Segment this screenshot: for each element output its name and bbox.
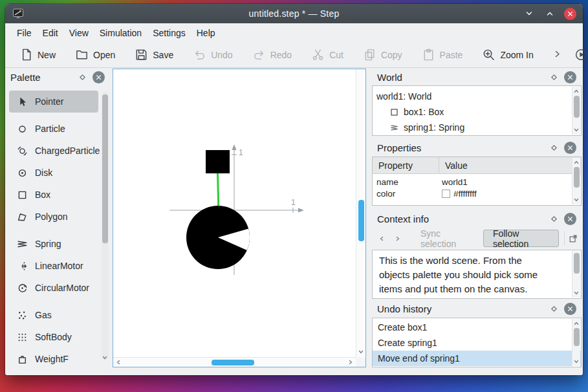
- palette-item-softbody[interactable]: SoftBody: [5, 326, 101, 348]
- palette-scrollbar-thumb[interactable]: [102, 94, 108, 243]
- context-forward-button[interactable]: [392, 232, 403, 245]
- world-scrollbar-thumb[interactable]: [574, 96, 580, 118]
- toolbar-overflow-button[interactable]: [553, 49, 561, 61]
- undo-item-move-end-of-spring1[interactable]: Move end of spring1: [373, 351, 581, 366]
- column-property[interactable]: Property: [373, 157, 439, 173]
- properties-scrollbar-thumb[interactable]: [574, 167, 580, 188]
- undo-dock-close-button[interactable]: [564, 303, 576, 315]
- undo-item-label: Create spring1: [378, 338, 437, 348]
- menu-simulation[interactable]: Simulation: [100, 28, 142, 38]
- tree-item-box1[interactable]: box1: Box: [373, 104, 581, 120]
- titlebar[interactable]: untitled.step * — Step: [5, 4, 583, 23]
- box1-object[interactable]: [206, 150, 230, 173]
- palette-item-gas[interactable]: Gas: [5, 304, 101, 326]
- context-scrollbar-thumb[interactable]: [574, 253, 580, 274]
- paste-button[interactable]: Paste: [415, 45, 470, 65]
- undo-item-create-box1[interactable]: Create box1: [373, 320, 581, 335]
- float-dock-icon[interactable]: [550, 305, 558, 312]
- simulate-button[interactable]: Simulate: [568, 45, 588, 65]
- desktop-background: untitled.step * — Step File Edit View Si…: [0, 0, 588, 392]
- scroll-right-icon[interactable]: [347, 359, 354, 365]
- maximize-button[interactable]: [543, 7, 556, 20]
- zoom-in-icon: [482, 48, 495, 61]
- redo-icon: [252, 48, 266, 61]
- minimize-icon: [525, 9, 534, 18]
- zoom-in-button[interactable]: Zoom In: [475, 45, 539, 65]
- column-value[interactable]: Value: [439, 160, 468, 171]
- palette-item-chargedparticle[interactable]: ChargedParticle: [5, 140, 101, 162]
- palette-item-spring[interactable]: Spring: [5, 233, 101, 255]
- undo-scrollbar-thumb[interactable]: [574, 328, 580, 346]
- canvas-vscroll-thumb[interactable]: [358, 200, 364, 241]
- close-button[interactable]: [564, 8, 576, 20]
- properties-dock-close-button[interactable]: [564, 142, 576, 154]
- scroll-down-icon[interactable]: [573, 197, 580, 203]
- open-button[interactable]: Open: [69, 45, 122, 65]
- cut-button[interactable]: Cut: [305, 45, 350, 65]
- palette-item-disk[interactable]: Disk: [5, 162, 101, 184]
- disk1-object[interactable]: [186, 206, 254, 269]
- palette-item-particle[interactable]: Particle: [5, 118, 101, 140]
- float-dock-icon[interactable]: [550, 144, 558, 151]
- float-dock-icon[interactable]: [79, 74, 86, 81]
- scroll-down-icon[interactable]: [573, 290, 580, 296]
- context-scrollbar[interactable]: [572, 251, 580, 298]
- float-dock-icon[interactable]: [550, 215, 558, 223]
- copy-button[interactable]: Copy: [356, 45, 409, 65]
- undo-button[interactable]: Undo: [186, 45, 239, 65]
- palette-item-pointer[interactable]: Pointer: [9, 91, 98, 113]
- menu-file[interactable]: File: [17, 28, 32, 38]
- follow-selection-button[interactable]: Follow selection: [483, 230, 559, 247]
- context-dock-close-button[interactable]: [564, 213, 576, 225]
- palette-item-polygon[interactable]: Polygon: [5, 206, 101, 228]
- scroll-down-icon[interactable]: [573, 127, 580, 133]
- undo-item-create-spring1[interactable]: Create spring1: [373, 335, 581, 351]
- scroll-up-icon[interactable]: [573, 88, 580, 94]
- tree-item-world1[interactable]: world1: World: [373, 89, 581, 104]
- properties-scrollbar[interactable]: [572, 158, 580, 204]
- circular-motor-icon: [17, 283, 28, 294]
- property-row-name[interactable]: name world1: [373, 176, 581, 188]
- tree-item-spring1[interactable]: spring1: Spring: [373, 120, 581, 135]
- sync-selection-button[interactable]: Sync selection: [420, 228, 472, 249]
- scroll-down-icon[interactable]: [102, 354, 108, 361]
- open-in-browser-button[interactable]: [564, 232, 578, 246]
- canvas-horizontal-scrollbar[interactable]: [113, 357, 356, 367]
- redo-button[interactable]: Redo: [246, 45, 298, 65]
- scroll-up-icon[interactable]: [573, 320, 580, 327]
- world-scrollbar[interactable]: [572, 87, 580, 135]
- menu-view[interactable]: View: [69, 28, 89, 38]
- scroll-down-icon[interactable]: [573, 358, 580, 365]
- canvas-hscroll-thumb[interactable]: [212, 360, 254, 365]
- menu-edit[interactable]: Edit: [43, 28, 58, 38]
- menu-help[interactable]: Help: [197, 28, 215, 38]
- world-dock-close-button[interactable]: [564, 71, 576, 83]
- save-button[interactable]: Save: [128, 45, 180, 65]
- minimize-button[interactable]: [523, 7, 536, 20]
- app-icon: [12, 8, 24, 19]
- scroll-left-icon[interactable]: [115, 359, 122, 365]
- palette-list: Pointer Particle ChargedParticle: [5, 91, 101, 366]
- world-tree: world1: World box1: Box spring1: Spring: [372, 85, 582, 136]
- world-canvas[interactable]: 1 1: [113, 69, 356, 357]
- save-label: Save: [153, 50, 173, 60]
- palette-dock-close-button[interactable]: [93, 71, 105, 83]
- context-back-button[interactable]: [376, 232, 387, 245]
- menu-settings[interactable]: Settings: [153, 28, 186, 38]
- palette-item-label: LinearMotor: [35, 261, 83, 271]
- palette-item-circularmotor[interactable]: CircularMotor: [5, 277, 101, 299]
- palette-item-linearmotor[interactable]: LinearMotor: [5, 255, 101, 277]
- palette-item-weightforce[interactable]: WeightF: [5, 348, 101, 366]
- property-row-color[interactable]: color #ffffffff: [373, 188, 581, 199]
- scroll-up-icon[interactable]: [573, 159, 580, 166]
- undo-scrollbar[interactable]: [572, 319, 580, 366]
- canvas-vertical-scrollbar[interactable]: [356, 69, 365, 357]
- new-document-icon: [19, 48, 33, 61]
- new-button[interactable]: New: [13, 45, 62, 65]
- float-dock-icon[interactable]: [550, 74, 558, 81]
- undo-item-label: Create box1: [378, 322, 427, 332]
- palette-scrollbar[interactable]: [102, 92, 109, 360]
- scroll-down-icon[interactable]: [358, 349, 364, 355]
- palette-item-label: Particle: [35, 124, 65, 134]
- palette-item-box[interactable]: Box: [5, 184, 101, 206]
